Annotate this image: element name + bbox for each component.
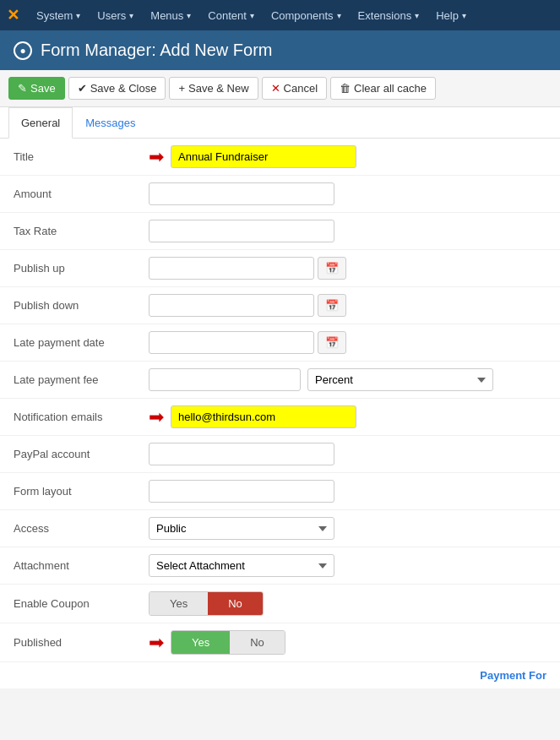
field-row-published: Published ➡ Yes No (0, 623, 560, 662)
tab-bar: General Messages (0, 107, 560, 139)
save-button[interactable]: ✎ Save (8, 77, 65, 100)
label-form-layout: Form layout (14, 485, 149, 498)
label-paypal: PayPal account (14, 448, 149, 460)
toolbar: ✎ Save ✔ Save & Close + Save & New ✕ Can… (0, 70, 560, 107)
field-row-enable-coupon: Enable Coupon Yes No (0, 585, 560, 623)
page-header: ● Form Manager: Add New Form (0, 30, 560, 70)
select-attachment[interactable]: Select Attachment (149, 554, 334, 577)
input-late-payment-date[interactable] (149, 331, 314, 354)
label-enable-coupon: Enable Coupon (14, 597, 149, 610)
input-tax-rate[interactable] (149, 220, 334, 242)
input-late-payment-fee[interactable] (149, 368, 301, 391)
field-row-form-layout: Form layout (0, 473, 560, 510)
arrow-published: ➡ (149, 632, 164, 654)
input-paypal[interactable] (149, 443, 334, 465)
page-title: Form Manager: Add New Form (41, 41, 273, 60)
nav-extensions[interactable]: Extensions ▾ (350, 0, 428, 30)
select-access[interactable]: Public Registered Special (149, 517, 334, 540)
nav-users[interactable]: Users ▾ (89, 0, 142, 30)
nav-help[interactable]: Help ▾ (427, 0, 475, 30)
arrow-title: ➡ (149, 146, 164, 168)
label-amount: Amount (14, 188, 149, 200)
enable-coupon-no-button[interactable]: No (208, 592, 263, 615)
field-row-attachment: Attachment Select Attachment (0, 547, 560, 585)
tab-messages[interactable]: Messages (73, 107, 148, 139)
label-published: Published (14, 636, 149, 649)
plus-icon: + (178, 82, 185, 95)
save-close-button[interactable]: ✔ Save & Close (68, 77, 166, 100)
save-icon: ✎ (18, 82, 27, 95)
check-icon: ✔ (78, 82, 87, 95)
published-toggle: Yes No (171, 630, 285, 655)
arrow-notification: ➡ (149, 406, 164, 428)
publish-up-group: 📅 (149, 257, 346, 280)
trash-icon: 🗑 (340, 82, 351, 95)
cancel-icon: ✕ (271, 82, 280, 95)
nav-menus[interactable]: Menus ▾ (142, 0, 199, 30)
input-publish-up[interactable] (149, 257, 314, 280)
late-payment-date-group: 📅 (149, 331, 346, 354)
page-header-icon: ● (14, 41, 32, 60)
publish-down-calendar-button[interactable]: 📅 (318, 294, 346, 317)
brand-logo: ✕ (7, 6, 19, 24)
publish-down-group: 📅 (149, 294, 346, 317)
enable-coupon-toggle: Yes No (149, 591, 264, 616)
field-row-access: Access Public Registered Special (0, 510, 560, 547)
clear-cache-button[interactable]: 🗑 Clear all cache (330, 77, 436, 100)
input-publish-down[interactable] (149, 294, 314, 317)
label-notification-emails: Notification emails (14, 411, 149, 423)
nav-components[interactable]: Components ▾ (263, 0, 350, 30)
label-publish-up: Publish up (14, 262, 149, 275)
field-row-tax-rate: Tax Rate (0, 213, 560, 250)
field-row-publish-up: Publish up 📅 (0, 250, 560, 287)
late-payment-fee-group: Percent Fixed (149, 368, 493, 391)
label-title: Title (14, 150, 149, 163)
late-payment-date-calendar-button[interactable]: 📅 (318, 331, 346, 354)
field-row-late-payment-fee: Late payment fee Percent Fixed (0, 362, 560, 399)
input-notification-emails[interactable] (171, 405, 356, 428)
input-title[interactable] (171, 145, 356, 168)
published-no-button[interactable]: No (230, 631, 285, 654)
enable-coupon-yes-button[interactable]: Yes (150, 592, 208, 615)
input-amount[interactable] (149, 182, 334, 205)
label-access: Access (14, 522, 149, 535)
main-navbar: ✕ System ▾ Users ▾ Menus ▾ Content ▾ Com… (0, 0, 560, 30)
label-attachment: Attachment (14, 559, 149, 572)
select-fee-type[interactable]: Percent Fixed (307, 368, 493, 391)
field-row-amount: Amount (0, 176, 560, 213)
published-yes-button[interactable]: Yes (171, 631, 230, 654)
payment-for-link[interactable]: Payment For (0, 662, 560, 688)
label-late-payment-date: Late payment date (14, 336, 149, 349)
field-row-notification-emails: Notification emails ➡ (0, 399, 560, 436)
save-new-button[interactable]: + Save & New (169, 77, 258, 100)
form-area: Title ➡ Amount Tax Rate Publish up 📅 Pub… (0, 139, 560, 662)
publish-up-calendar-button[interactable]: 📅 (318, 257, 346, 280)
input-form-layout[interactable] (149, 480, 334, 503)
label-publish-down: Publish down (14, 299, 149, 312)
label-tax-rate: Tax Rate (14, 225, 149, 237)
cancel-button[interactable]: ✕ Cancel (262, 77, 327, 100)
field-row-paypal: PayPal account (0, 436, 560, 473)
field-row-title: Title ➡ (0, 139, 560, 176)
nav-content[interactable]: Content ▾ (199, 0, 263, 30)
tab-general[interactable]: General (8, 107, 73, 139)
nav-system[interactable]: System ▾ (28, 0, 89, 30)
field-row-late-payment-date: Late payment date 📅 (0, 324, 560, 362)
label-late-payment-fee: Late payment fee (14, 373, 149, 386)
field-row-publish-down: Publish down 📅 (0, 287, 560, 324)
